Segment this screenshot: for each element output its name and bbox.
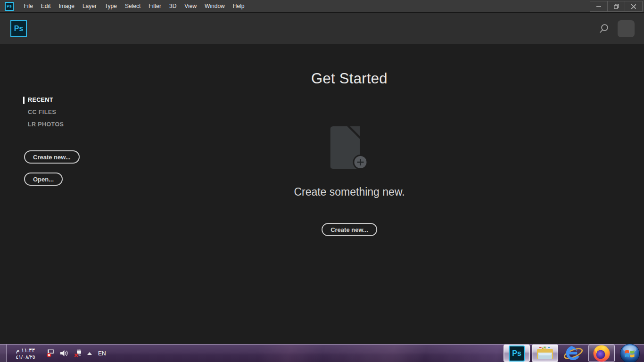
photoshop-window-icon: Ps [5,2,14,11]
menu-layer[interactable]: Layer [78,0,100,12]
network-disconnected-icon[interactable] [74,349,83,358]
restore-button[interactable] [607,1,625,12]
menu-3d[interactable]: 3D [165,0,180,12]
menu-type[interactable]: Type [100,0,121,12]
windows-taskbar: ١١:٣٣ م ٤١/٠٨/٢٥ [0,344,644,362]
taskbar-internet-explorer-button[interactable] [560,345,586,362]
close-button[interactable] [625,1,643,12]
minimize-button[interactable] [590,1,608,12]
restore-icon [614,4,619,9]
menu-help[interactable]: Help [229,0,248,12]
menu-window[interactable]: Window [201,0,229,12]
volume-icon[interactable] [60,349,69,357]
window-title-bar: Ps File Edit Image Layer Type Select Fil… [0,0,644,12]
search-icon[interactable] [599,23,610,34]
create-new-button-sidebar[interactable]: Create new... [24,150,80,164]
show-desktop-button[interactable] [0,345,7,362]
sidebar-item-cc-files[interactable]: CC FILES [23,109,64,116]
menu-filter[interactable]: Filter [145,0,165,12]
window-controls [590,0,644,12]
page-title: Get Started [311,70,388,87]
home-sidebar: RECENT CC FILES LR PHOTOS [23,97,64,133]
empty-state-message: Create something new. [294,186,405,198]
menu-edit[interactable]: Edit [37,0,55,12]
new-document-illustration [330,126,369,172]
photoshop-logo: Ps [10,20,27,37]
taskbar-firefox-button[interactable] [588,345,615,362]
taskbar-file-explorer-button[interactable] [532,345,558,362]
file-explorer-icon [536,346,554,362]
start-button[interactable] [617,345,643,362]
firefox-icon [593,345,611,362]
photoshop-icon: Ps [509,346,525,362]
clock-date: ٤١/٠٨/٢٥ [8,354,43,360]
action-center-flag-icon[interactable] [46,349,55,358]
close-icon [631,4,636,9]
home-screen: Get Started RECENT CC FILES LR PHOTOS Cr… [0,44,644,344]
taskbar-photoshop-button[interactable]: Ps [504,345,530,362]
taskbar-app-buttons: Ps [504,345,644,362]
open-button[interactable]: Open... [24,173,63,186]
menu-image[interactable]: Image [55,0,78,12]
hidden-icons-chevron-icon[interactable] [87,352,92,355]
sidebar-item-lr-photos[interactable]: LR PHOTOS [23,121,64,128]
sidebar-item-recent[interactable]: RECENT [23,97,64,104]
create-new-button-center[interactable]: Create new... [322,223,377,236]
windows-start-icon [619,343,640,362]
menu-view[interactable]: View [181,0,201,12]
menu-select[interactable]: Select [121,0,144,12]
minimize-icon [596,4,601,9]
menu-file[interactable]: File [20,0,37,12]
clock-time: ١١:٣٣ م [8,347,43,354]
account-avatar[interactable] [618,20,635,37]
photoshop-app-bar: Ps [0,13,644,44]
language-indicator[interactable]: EN [98,350,106,357]
taskbar-clock[interactable]: ١١:٣٣ م ٤١/٠٨/٢٥ [8,347,43,360]
system-tray [46,349,92,358]
internet-explorer-icon [563,344,584,362]
